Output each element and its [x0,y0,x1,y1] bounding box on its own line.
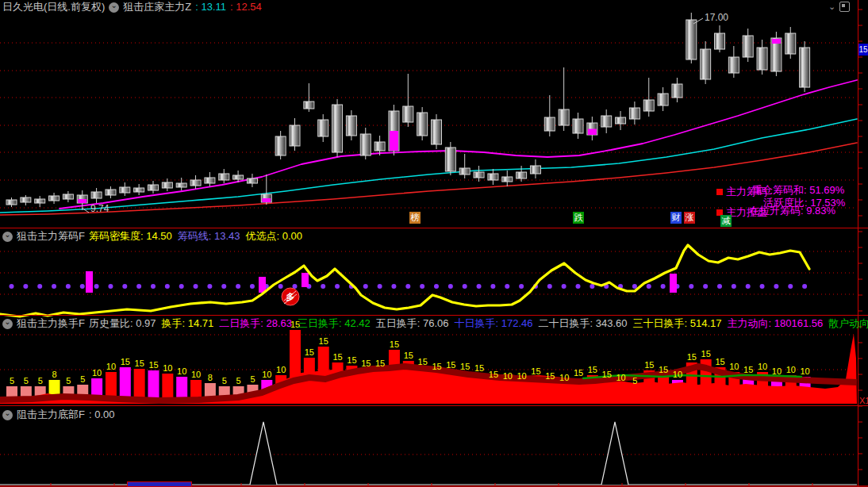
indicator-name: 狙击庄家主力Z [123,1,191,13]
svg-text:10: 10 [517,371,526,381]
svg-text:15: 15 [148,360,158,370]
chevron-down-icon: ⌄ [111,0,117,12]
collapse-chevron-icon[interactable]: ⌄ [2,410,13,420]
collapse-chevron-icon[interactable]: ⌄ [2,232,13,242]
indicator-field: 筹码密集度: 14.50 [89,230,172,243]
stock-title: 日久光电(日线.前复权) [2,1,105,13]
svg-text:多: 多 [286,292,295,301]
svg-text:5: 5 [236,376,241,385]
collapse-chevron-icon[interactable]: ⌄ [109,2,119,13]
svg-text:15: 15 [319,336,328,346]
indicator-field: 十日换手: 172.46 [455,317,533,330]
panel2-fields: 筹码密集度: 14.50筹码线: 13.43优选点: 0.00 [89,230,302,243]
indicator-field: 历史量比: 0.97 [89,317,156,330]
indicator-field: 三日换手: 42.42 [298,317,371,330]
svg-text:10: 10 [163,363,172,373]
svg-text:5: 5 [80,374,85,384]
svg-text:5: 5 [10,376,14,385]
svg-text:10: 10 [276,365,286,374]
svg-text:15: 15 [390,339,399,349]
svg-text:10: 10 [772,366,782,376]
chart-canvas[interactable]: 多555855101015151510101085551010151515151… [0,0,868,487]
svg-text:8: 8 [52,370,56,379]
panel4-title: 阻击主力底部F [17,408,85,421]
indicator-field: 三十日换手: 514.17 [633,317,722,330]
svg-text:10: 10 [191,370,201,379]
legend-item: 在拉升筹码: 9.83% [749,204,835,218]
svg-text:15: 15 [474,363,484,373]
svg-text:5: 5 [632,376,637,385]
panel4-header: ⌄ 阻击主力底部F : 0.00 [2,408,114,421]
svg-text:10: 10 [92,368,102,378]
market-badge[interactable]: 财 [670,212,682,224]
svg-text:10: 10 [729,362,739,371]
market-badge[interactable]: 跌 [573,212,584,224]
svg-text:5: 5 [38,376,43,385]
svg-text:10: 10 [616,373,625,382]
svg-text:10: 10 [559,373,569,382]
indicator-field: 散户动向: 84075.40 [828,317,868,330]
indicator-field: 二十日换手: 343.60 [539,317,628,330]
svg-text:15: 15 [305,347,314,357]
svg-text:15: 15 [446,360,455,370]
svg-text:5: 5 [222,376,227,385]
indicator-value-1: : 13.11 [195,1,226,13]
panel3-title: 狙击主力换手F [17,317,85,330]
svg-text:5: 5 [24,376,29,385]
main-chart-header: 日久光电(日线.前复权) ⌄ 狙击庄家主力Z : 13.11 : 12.54 [2,1,262,13]
svg-text:15: 15 [644,360,654,370]
svg-text:15: 15 [347,355,356,365]
svg-text:15: 15 [701,349,711,359]
svg-text:15: 15 [574,368,583,378]
indicator-field: 换手: 14.71 [161,317,213,330]
svg-text:10: 10 [673,370,682,379]
market-badge[interactable]: 涨 [684,212,695,224]
svg-text:10: 10 [262,370,271,379]
panel2-header: ⌄ 狙击主力筹码F 筹码密集度: 14.50筹码线: 13.43优选点: 0.0… [2,230,302,243]
panel2-title: 狙击主力筹码F [17,230,85,243]
svg-text:15: 15 [404,351,413,360]
panel4-value: : 0.00 [89,408,115,421]
svg-text:15: 15 [545,371,555,381]
panel3-fields: 历史量比: 0.97换手: 14.71二日换手: 28.63三日换手: 42.4… [89,317,868,330]
chevron-down-icon: ⌄ [4,407,10,420]
app-window: 多555855101015151510101085551010151515151… [0,0,868,487]
svg-text:15: 15 [135,359,144,368]
svg-text:15: 15 [743,365,753,374]
price-high-label: 17.00 [705,12,728,23]
axis-zoom-label: X1 [859,396,868,405]
price-low-label: 9.74 [90,203,109,214]
indicator-field: 二日换手: 28.63 [219,317,292,330]
svg-text:15: 15 [121,357,130,366]
indicator-field: 优选点: 0.00 [245,230,302,243]
svg-text:15: 15 [375,359,385,368]
svg-text:5: 5 [66,376,71,385]
svg-text:15: 15 [460,362,470,371]
panel3-header: ⌄ 狙击主力换手F 历史量比: 0.97换手: 14.71二日换手: 28.63… [2,317,868,330]
top-right-controls: ⌄ [828,2,850,12]
collapse-chevron-icon[interactable]: ⌄ [2,319,13,329]
legend-bullet-icon [716,189,723,195]
svg-text:15: 15 [489,370,498,379]
price-axis-badge: 15 [858,44,868,56]
svg-text:15: 15 [602,370,612,379]
window-icon[interactable] [839,2,850,12]
svg-text:15: 15 [332,352,342,362]
svg-text:15: 15 [715,357,724,366]
market-badge[interactable]: 减 [720,215,732,227]
svg-text:10: 10 [503,371,513,381]
market-badge[interactable]: 榜 [409,212,421,224]
svg-text:15: 15 [432,362,441,371]
svg-text:15: 15 [531,366,540,376]
svg-text:15: 15 [418,357,428,366]
svg-text:10: 10 [177,366,186,376]
bottom-date-badge [127,481,192,487]
bullish-signal-badge: 多 [282,288,299,305]
svg-text:15: 15 [588,365,597,374]
svg-text:15: 15 [687,352,697,362]
svg-text:15: 15 [361,359,371,368]
svg-text:10: 10 [800,366,809,376]
svg-text:10: 10 [786,365,796,374]
svg-text:10: 10 [106,362,116,371]
chevron-down-icon[interactable]: ⌄ [828,2,835,12]
